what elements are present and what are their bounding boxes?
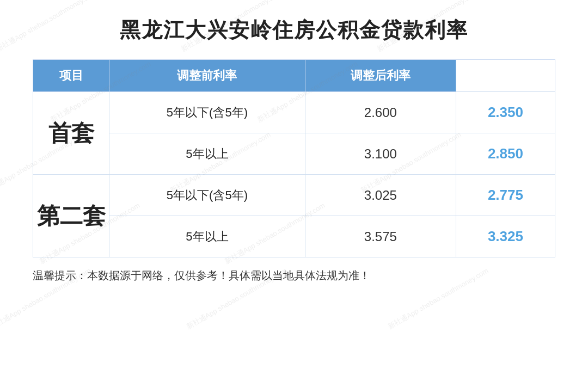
page-title: 黑龙江大兴安岭住房公积金贷款利率 [120,16,468,44]
rate-after-cell: 2.775 [456,175,555,216]
sub-label-cell: 5年以下(含5年) [109,175,305,216]
rate-before-cell: 2.600 [305,92,456,133]
group-label-0: 首套 [33,92,109,175]
rate-before-cell: 3.100 [305,133,456,175]
rate-after-cell: 2.850 [456,133,555,175]
table-row: 5年以上3.5753.325 [33,216,555,257]
rate-table: 项目 调整前利率 调整后利率 首套5年以下(含5年)2.6002.3505年以上… [33,59,555,257]
sub-label-cell: 5年以上 [109,216,305,257]
table-row: 5年以上3.1002.850 [33,133,555,175]
rate-before-cell: 3.025 [305,175,456,216]
table-header-row: 项目 调整前利率 调整后利率 [33,60,555,92]
notice-text: 温馨提示：本数据源于网络，仅供参考！具体需以当地具体法规为准！ [33,267,555,284]
rate-before-cell: 3.575 [305,216,456,257]
group-label-1: 第二套 [33,175,109,257]
col-header-item: 项目 [33,60,109,92]
sub-label-cell: 5年以上 [109,133,305,175]
col-header-before: 调整前利率 [109,60,305,92]
table-row: 第二套5年以下(含5年)3.0252.775 [33,175,555,216]
col-header-after: 调整后利率 [305,60,456,92]
rate-after-cell: 3.325 [456,216,555,257]
table-wrapper: 项目 调整前利率 调整后利率 首套5年以下(含5年)2.6002.3505年以上… [33,59,555,257]
sub-label-cell: 5年以下(含5年) [109,92,305,133]
table-row: 首套5年以下(含5年)2.6002.350 [33,92,555,133]
rate-after-cell: 2.350 [456,92,555,133]
page-container: 黑龙江大兴安岭住房公积金贷款利率 项目 调整前利率 调整后利率 首套5年以下(含… [0,0,588,381]
